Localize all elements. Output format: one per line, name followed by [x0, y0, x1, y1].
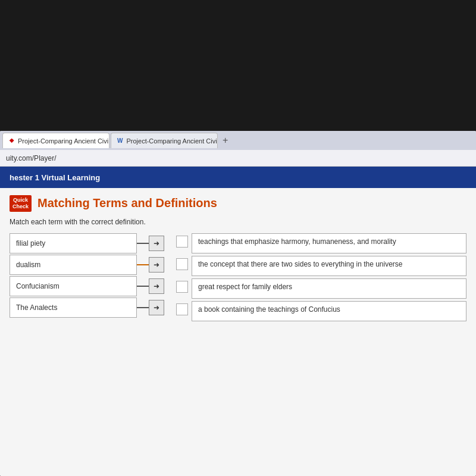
matching-container: filial piety ➜ dualism ➜ [10, 233, 466, 322]
definition-text-2: the concept that there are two sides to … [198, 260, 403, 268]
definition-box-4[interactable]: a book containing the teachings of Confu… [192, 301, 466, 321]
term-row-2: dualism ➜ [10, 255, 164, 275]
definition-text-3: great respect for family elders [198, 283, 292, 291]
term-label-1: filial piety [16, 239, 45, 248]
term-label-2: dualism [16, 261, 40, 269]
arrow-btn-1[interactable]: ➜ [149, 236, 164, 251]
connector-line-2 [137, 264, 149, 265]
arrow-btn-3[interactable]: ➜ [149, 278, 164, 294]
definition-box-1[interactable]: teachings that emphasize harmony, humane… [192, 233, 466, 253]
definition-row-4: a book containing the teachings of Confu… [176, 301, 466, 321]
def-checkbox-4[interactable] [176, 303, 188, 315]
arrow-btn-4[interactable]: ➜ [149, 300, 164, 315]
def-checkbox-3[interactable] [176, 281, 188, 293]
definition-box-2[interactable]: the concept that there are two sides to … [192, 256, 466, 276]
definition-text-4: a book containing the teachings of Confu… [198, 305, 340, 314]
page-title: Matching Terms and Definitions [37, 196, 217, 210]
definition-text-1: teachings that emphasize harmony, humane… [198, 237, 396, 246]
term-box-2[interactable]: dualism [10, 255, 137, 275]
arrow-connector-3: ➜ [137, 278, 164, 294]
definition-row-2: the concept that there are two sides to … [176, 256, 466, 276]
tab-2-label: Project-Comparing Ancient Civili [126, 137, 218, 145]
term-box-3[interactable]: Confucianism [10, 276, 137, 296]
instruction-text: Match each term with the correct definit… [10, 218, 466, 226]
connector-line-4 [137, 307, 149, 308]
definitions-column: teachings that emphasize harmony, humane… [176, 233, 466, 322]
term-box-1[interactable]: filial piety [10, 233, 137, 253]
connector-line-1 [137, 243, 149, 244]
tab-1[interactable]: ❖ Project-Comparing Ancient Civili ✕ [2, 133, 109, 148]
definition-box-3[interactable]: great respect for family elders [192, 278, 466, 299]
tab-1-icon: ❖ [9, 137, 14, 144]
sub-header: QuickCheck Matching Terms and Definition… [10, 195, 466, 212]
definition-row-3: great respect for family elders [176, 278, 466, 299]
site-header: hester 1 Virtual Learning [0, 167, 476, 188]
term-row-1: filial piety ➜ [10, 233, 164, 253]
arrow-connector-1: ➜ [137, 236, 164, 251]
content-area: QuickCheck Matching Terms and Definition… [0, 188, 476, 476]
address-bar: uity.com/Player/ [0, 150, 476, 167]
arrow-btn-2[interactable]: ➜ [149, 257, 164, 273]
address-text: uity.com/Player/ [6, 154, 56, 162]
site-header-text: hester 1 Virtual Learning [10, 173, 100, 182]
term-label-4: The Analects [16, 303, 57, 312]
term-row-3: Confucianism ➜ [10, 276, 164, 296]
term-box-4[interactable]: The Analects [10, 298, 137, 318]
terms-column: filial piety ➜ dualism ➜ [10, 233, 164, 319]
quick-check-badge: QuickCheck [10, 195, 32, 212]
tab-2[interactable]: W Project-Comparing Ancient Civili ✕ [111, 133, 218, 148]
definition-row-1: teachings that emphasize harmony, humane… [176, 233, 466, 253]
term-row-4: The Analects ➜ [10, 298, 164, 318]
arrow-connector-2: ➜ [137, 257, 164, 273]
def-checkbox-1[interactable] [176, 236, 188, 248]
arrow-connector-4: ➜ [137, 300, 164, 315]
tab-1-label: Project-Comparing Ancient Civili [18, 137, 109, 145]
def-checkbox-2[interactable] [176, 258, 188, 270]
new-tab-button[interactable]: + [219, 135, 231, 146]
tab-2-icon: W [117, 137, 123, 144]
term-label-3: Confucianism [16, 282, 60, 290]
connector-line-3 [137, 286, 149, 287]
browser-window: ❖ Project-Comparing Ancient Civili ✕ W P… [0, 131, 476, 476]
tab-bar: ❖ Project-Comparing Ancient Civili ✕ W P… [0, 131, 476, 150]
